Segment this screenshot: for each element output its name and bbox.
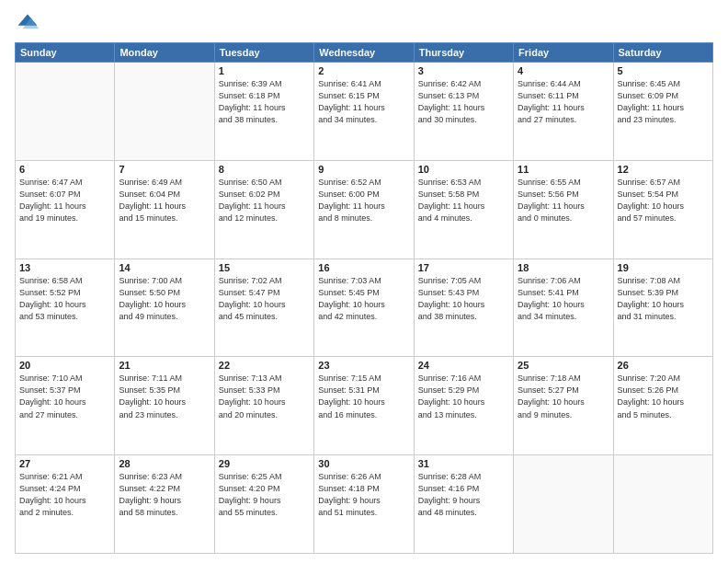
day-info: Sunrise: 6:55 AM Sunset: 5:56 PM Dayligh… bbox=[518, 177, 609, 224]
day-info: Sunrise: 7:03 AM Sunset: 5:45 PM Dayligh… bbox=[318, 275, 409, 323]
day-number: 5 bbox=[618, 65, 709, 76]
weekday-header: Thursday bbox=[414, 43, 513, 63]
day-number: 17 bbox=[418, 262, 509, 273]
day-info: Sunrise: 7:11 AM Sunset: 5:35 PM Dayligh… bbox=[119, 373, 210, 420]
day-info: Sunrise: 6:25 AM Sunset: 4:20 PM Dayligh… bbox=[219, 471, 310, 519]
day-number: 14 bbox=[119, 262, 210, 273]
day-info: Sunrise: 6:58 AM Sunset: 5:52 PM Dayligh… bbox=[19, 275, 110, 323]
calendar-cell: 12Sunrise: 6:57 AM Sunset: 5:54 PM Dayli… bbox=[613, 160, 712, 259]
day-number: 22 bbox=[219, 360, 310, 371]
day-number: 20 bbox=[19, 360, 110, 371]
calendar-cell: 5Sunrise: 6:45 AM Sunset: 6:09 PM Daylig… bbox=[613, 63, 712, 161]
day-info: Sunrise: 6:57 AM Sunset: 5:54 PM Dayligh… bbox=[618, 177, 709, 224]
day-info: Sunrise: 6:39 AM Sunset: 6:18 PM Dayligh… bbox=[219, 78, 310, 126]
calendar-cell: 18Sunrise: 7:06 AM Sunset: 5:41 PM Dayli… bbox=[514, 259, 613, 357]
day-info: Sunrise: 7:05 AM Sunset: 5:43 PM Dayligh… bbox=[418, 275, 509, 323]
day-info: Sunrise: 7:00 AM Sunset: 5:50 PM Dayligh… bbox=[119, 275, 210, 323]
day-number: 10 bbox=[418, 164, 509, 175]
calendar-cell: 7Sunrise: 6:49 AM Sunset: 6:04 PM Daylig… bbox=[115, 160, 214, 259]
day-number: 3 bbox=[418, 65, 509, 76]
day-number: 7 bbox=[119, 164, 210, 175]
day-number: 1 bbox=[219, 65, 310, 76]
day-number: 12 bbox=[618, 164, 709, 175]
logo bbox=[15, 11, 44, 37]
day-number: 6 bbox=[19, 164, 110, 175]
calendar-cell: 9Sunrise: 6:52 AM Sunset: 6:00 PM Daylig… bbox=[314, 160, 414, 259]
calendar-cell bbox=[115, 63, 214, 161]
day-info: Sunrise: 6:50 AM Sunset: 6:02 PM Dayligh… bbox=[219, 177, 310, 224]
day-number: 31 bbox=[418, 458, 509, 469]
day-info: Sunrise: 7:08 AM Sunset: 5:39 PM Dayligh… bbox=[618, 275, 709, 323]
weekday-header: Friday bbox=[514, 43, 613, 63]
weekday-header-row: SundayMondayTuesdayWednesdayThursdayFrid… bbox=[16, 43, 713, 63]
calendar-cell: 31Sunrise: 6:28 AM Sunset: 4:16 PM Dayli… bbox=[414, 455, 513, 554]
day-number: 13 bbox=[19, 262, 110, 273]
day-info: Sunrise: 7:13 AM Sunset: 5:33 PM Dayligh… bbox=[219, 373, 310, 420]
calendar-page: SundayMondayTuesdayWednesdayThursdayFrid… bbox=[0, 0, 728, 563]
calendar-cell: 26Sunrise: 7:20 AM Sunset: 5:26 PM Dayli… bbox=[613, 357, 712, 455]
day-info: Sunrise: 7:15 AM Sunset: 5:31 PM Dayligh… bbox=[318, 373, 409, 420]
calendar-cell: 1Sunrise: 6:39 AM Sunset: 6:18 PM Daylig… bbox=[214, 63, 313, 161]
day-number: 19 bbox=[618, 262, 709, 273]
calendar-cell: 6Sunrise: 6:47 AM Sunset: 6:07 PM Daylig… bbox=[16, 160, 115, 259]
weekday-header: Monday bbox=[115, 43, 214, 63]
day-number: 4 bbox=[518, 65, 609, 76]
day-info: Sunrise: 7:16 AM Sunset: 5:29 PM Dayligh… bbox=[418, 373, 509, 420]
calendar-cell: 17Sunrise: 7:05 AM Sunset: 5:43 PM Dayli… bbox=[414, 259, 513, 357]
day-info: Sunrise: 6:41 AM Sunset: 6:15 PM Dayligh… bbox=[318, 78, 409, 126]
day-number: 29 bbox=[219, 458, 310, 469]
day-info: Sunrise: 6:26 AM Sunset: 4:18 PM Dayligh… bbox=[318, 471, 409, 519]
day-info: Sunrise: 6:21 AM Sunset: 4:24 PM Dayligh… bbox=[19, 471, 110, 519]
calendar-cell: 27Sunrise: 6:21 AM Sunset: 4:24 PM Dayli… bbox=[16, 455, 115, 554]
day-number: 2 bbox=[318, 65, 409, 76]
day-number: 24 bbox=[418, 360, 509, 371]
day-info: Sunrise: 7:18 AM Sunset: 5:27 PM Dayligh… bbox=[518, 373, 609, 420]
calendar-cell: 22Sunrise: 7:13 AM Sunset: 5:33 PM Dayli… bbox=[214, 357, 313, 455]
calendar-cell: 21Sunrise: 7:11 AM Sunset: 5:35 PM Dayli… bbox=[115, 357, 214, 455]
calendar-cell bbox=[613, 455, 712, 554]
calendar-week-row: 20Sunrise: 7:10 AM Sunset: 5:37 PM Dayli… bbox=[16, 357, 713, 455]
weekday-header: Saturday bbox=[613, 43, 712, 63]
calendar-cell: 13Sunrise: 6:58 AM Sunset: 5:52 PM Dayli… bbox=[16, 259, 115, 357]
calendar-cell: 19Sunrise: 7:08 AM Sunset: 5:39 PM Dayli… bbox=[613, 259, 712, 357]
calendar-cell: 24Sunrise: 7:16 AM Sunset: 5:29 PM Dayli… bbox=[414, 357, 513, 455]
day-info: Sunrise: 7:10 AM Sunset: 5:37 PM Dayligh… bbox=[19, 373, 110, 420]
day-number: 21 bbox=[119, 360, 210, 371]
day-info: Sunrise: 6:23 AM Sunset: 4:22 PM Dayligh… bbox=[119, 471, 210, 519]
calendar-week-row: 27Sunrise: 6:21 AM Sunset: 4:24 PM Dayli… bbox=[16, 455, 713, 554]
day-number: 9 bbox=[318, 164, 409, 175]
day-number: 28 bbox=[119, 458, 210, 469]
day-number: 16 bbox=[318, 262, 409, 273]
weekday-header: Wednesday bbox=[314, 43, 414, 63]
day-info: Sunrise: 7:06 AM Sunset: 5:41 PM Dayligh… bbox=[518, 275, 609, 323]
calendar-cell: 8Sunrise: 6:50 AM Sunset: 6:02 PM Daylig… bbox=[214, 160, 313, 259]
day-number: 26 bbox=[618, 360, 709, 371]
day-info: Sunrise: 6:49 AM Sunset: 6:04 PM Dayligh… bbox=[119, 177, 210, 224]
calendar-cell: 11Sunrise: 6:55 AM Sunset: 5:56 PM Dayli… bbox=[514, 160, 613, 259]
calendar-cell: 20Sunrise: 7:10 AM Sunset: 5:37 PM Dayli… bbox=[16, 357, 115, 455]
calendar-cell: 25Sunrise: 7:18 AM Sunset: 5:27 PM Dayli… bbox=[514, 357, 613, 455]
day-info: Sunrise: 6:45 AM Sunset: 6:09 PM Dayligh… bbox=[618, 78, 709, 126]
day-info: Sunrise: 6:53 AM Sunset: 5:58 PM Dayligh… bbox=[418, 177, 509, 224]
calendar-table: SundayMondayTuesdayWednesdayThursdayFrid… bbox=[15, 42, 713, 554]
calendar-cell: 30Sunrise: 6:26 AM Sunset: 4:18 PM Dayli… bbox=[314, 455, 414, 554]
weekday-header: Sunday bbox=[16, 43, 115, 63]
calendar-week-row: 1Sunrise: 6:39 AM Sunset: 6:18 PM Daylig… bbox=[16, 63, 713, 161]
calendar-cell: 16Sunrise: 7:03 AM Sunset: 5:45 PM Dayli… bbox=[314, 259, 414, 357]
calendar-cell: 28Sunrise: 6:23 AM Sunset: 4:22 PM Dayli… bbox=[115, 455, 214, 554]
day-info: Sunrise: 6:28 AM Sunset: 4:16 PM Dayligh… bbox=[418, 471, 509, 519]
calendar-cell: 2Sunrise: 6:41 AM Sunset: 6:15 PM Daylig… bbox=[314, 63, 414, 161]
calendar-cell: 10Sunrise: 6:53 AM Sunset: 5:58 PM Dayli… bbox=[414, 160, 513, 259]
calendar-cell: 3Sunrise: 6:42 AM Sunset: 6:13 PM Daylig… bbox=[414, 63, 513, 161]
day-number: 25 bbox=[518, 360, 609, 371]
day-number: 30 bbox=[318, 458, 409, 469]
logo-icon bbox=[15, 11, 40, 37]
day-info: Sunrise: 6:47 AM Sunset: 6:07 PM Dayligh… bbox=[19, 177, 110, 224]
header bbox=[15, 11, 713, 37]
calendar-week-row: 13Sunrise: 6:58 AM Sunset: 5:52 PM Dayli… bbox=[16, 259, 713, 357]
day-number: 8 bbox=[219, 164, 310, 175]
day-info: Sunrise: 7:20 AM Sunset: 5:26 PM Dayligh… bbox=[618, 373, 709, 420]
day-info: Sunrise: 7:02 AM Sunset: 5:47 PM Dayligh… bbox=[219, 275, 310, 323]
weekday-header: Tuesday bbox=[214, 43, 313, 63]
calendar-cell: 14Sunrise: 7:00 AM Sunset: 5:50 PM Dayli… bbox=[115, 259, 214, 357]
